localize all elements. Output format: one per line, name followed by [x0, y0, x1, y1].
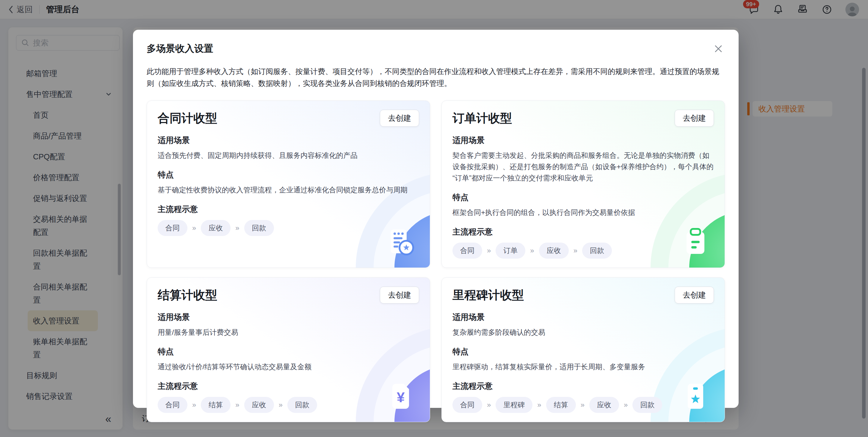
feature-text: 框架合同+执行合同的组合，以执行合同作为交易量价依据	[453, 207, 714, 218]
flow-chips: 合同 » 结算 » 应收 » 回款	[158, 397, 419, 413]
flow-arrow: »	[279, 401, 283, 409]
flow-chip: 结算	[546, 397, 576, 413]
flow-arrow: »	[235, 401, 239, 409]
go-create-button[interactable]: 去创建	[675, 110, 714, 127]
feature-label: 特点	[158, 346, 419, 357]
card-title: 订单计收型	[453, 110, 512, 126]
flow-label: 主流程示意	[158, 204, 419, 215]
flow-chips: 合同 » 里程碑 » 结算 » 应收 » 回款	[453, 397, 714, 413]
go-create-button[interactable]: 去创建	[675, 287, 714, 304]
flow-chips: 合同 » 订单 » 应收 » 回款	[453, 243, 714, 259]
flow-chip: 合同	[158, 397, 187, 413]
scene-text: 契合客户需要主动发起、分批采购的商品和服务组合。无论是单独的实物消费（如设备按批…	[453, 150, 714, 184]
modal-description: 此功能用于管理多种收入方式（如订阅服务、按量计费、项目交付等），不同类型的合同在…	[147, 65, 725, 89]
feature-label: 特点	[158, 169, 419, 180]
feature-text: 基于确定性收费协议的收入管理流程，企业通过标准化合同锁定服务总价与周期	[158, 184, 419, 196]
modal-title: 多场景收入设置	[147, 42, 213, 55]
card-settlement-billing: ¥ 结算计收型 去创建 适用场景 用量/服务量事后计费交易 特点 通过验收/计价…	[147, 277, 430, 422]
flow-label: 主流程示意	[158, 381, 419, 392]
flow-arrow: »	[537, 401, 541, 409]
flow-chips: 合同 » 应收 » 回款	[158, 220, 419, 236]
flow-arrow: »	[235, 224, 239, 232]
flow-arrow: »	[487, 401, 491, 409]
flow-chip: 结算	[201, 397, 230, 413]
flow-arrow: »	[624, 401, 628, 409]
flow-chip: 应收	[244, 397, 274, 413]
flow-chip: 回款	[582, 243, 612, 259]
multi-scenario-revenue-modal: 多场景收入设置 此功能用于管理多种收入方式（如订阅服务、按量计费、项目交付等），…	[133, 30, 739, 408]
card-contract-billing: 合同计收型 去创建 适用场景 适合预先付费、固定周期内持续获得、且服务内容标准化…	[147, 100, 430, 268]
flow-chip: 回款	[244, 220, 274, 236]
card-title: 合同计收型	[158, 110, 217, 126]
flow-chip: 合同	[158, 220, 187, 236]
flow-arrow: »	[530, 246, 534, 255]
go-create-button[interactable]: 去创建	[380, 110, 419, 127]
close-icon[interactable]	[712, 42, 725, 55]
flow-chip: 里程碑	[496, 397, 532, 413]
scene-label: 适用场景	[158, 312, 419, 323]
feature-text: 里程碑驱动，结算复核实际量价，适用于长周期、多变量服务	[453, 361, 714, 372]
scene-label: 适用场景	[453, 135, 714, 146]
flow-arrow: »	[487, 246, 491, 255]
scene-label: 适用场景	[158, 135, 419, 146]
scenario-card-grid: 合同计收型 去创建 适用场景 适合预先付费、固定周期内持续获得、且服务内容标准化…	[147, 100, 725, 422]
flow-arrow: »	[574, 246, 578, 255]
flow-label: 主流程示意	[453, 381, 714, 392]
flow-chip: 回款	[632, 397, 662, 413]
flow-chip: 合同	[453, 397, 482, 413]
flow-chip: 应收	[539, 243, 569, 259]
card-title: 里程碑计收型	[453, 287, 524, 303]
flow-chip: 合同	[453, 243, 482, 259]
flow-chip: 应收	[201, 220, 230, 236]
go-create-button[interactable]: 去创建	[380, 287, 419, 304]
feature-label: 特点	[453, 346, 714, 357]
flow-arrow: »	[581, 401, 585, 409]
card-order-billing: 订单计收型 去创建 适用场景 契合客户需要主动发起、分批采购的商品和服务组合。无…	[441, 100, 725, 268]
feature-text: 通过验收/计价/结算等环节确认动态交易量及金额	[158, 361, 419, 372]
scene-text: 适合预先付费、固定周期内持续获得、且服务内容标准化的产品	[158, 150, 419, 161]
scene-text: 复杂履约需多阶段确认的交易	[453, 327, 714, 338]
scene-label: 适用场景	[453, 312, 714, 323]
flow-chip: 订单	[496, 243, 525, 259]
scene-text: 用量/服务量事后计费交易	[158, 327, 419, 338]
flow-label: 主流程示意	[453, 227, 714, 237]
card-title: 结算计收型	[158, 287, 217, 303]
flow-arrow: »	[192, 224, 196, 232]
flow-arrow: »	[192, 401, 196, 409]
feature-label: 特点	[453, 192, 714, 203]
flow-chip: 回款	[287, 397, 317, 413]
flow-chip: 应收	[589, 397, 619, 413]
card-milestone-billing: 里程碑计收型 去创建 适用场景 复杂履约需多阶段确认的交易 特点 里程碑驱动，结…	[441, 277, 725, 422]
